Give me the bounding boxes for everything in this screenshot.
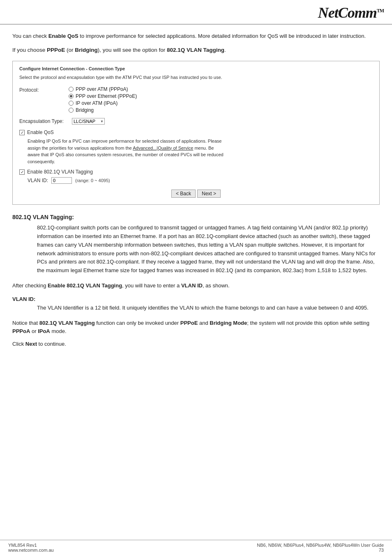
encap-label: Encapsulation Type: (19, 118, 69, 124)
click-next-text: Click Next to continue. (12, 340, 380, 349)
header: NetCommTM (0, 0, 392, 25)
protocol-row: Protocol: PPP over ATM (PPPoA) PPP over … (19, 86, 373, 113)
footer-page-number: 73 (379, 548, 384, 553)
next-button[interactable]: Next > (197, 190, 221, 198)
after-section-text: After checking Enable 802.1Q VLAN Taggin… (12, 282, 380, 290)
radio-ipoa-label: IP over ATM (IPoA) (76, 100, 118, 106)
config-box: Configure Internet Connection - Connecti… (12, 61, 380, 205)
radio-bridging[interactable] (69, 108, 74, 113)
radio-bridging-label: Bridging (76, 107, 94, 113)
logo-text: NetCommTM (318, 5, 384, 21)
vlan-id-input[interactable] (51, 177, 72, 184)
main-content: You can check Enable QoS to improve perf… (0, 25, 392, 365)
radio-pppoa[interactable] (69, 87, 74, 92)
back-button[interactable]: < Back (171, 190, 196, 198)
qos-link[interactable]: Advanced...|Quality of Service (133, 146, 193, 150)
vlan-tagging-heading: 802.1Q VLAN Tagging: (12, 214, 380, 220)
qos-desc: Enabling IP QoS for a PVC can improve pe… (28, 138, 225, 165)
enable-vlan-row[interactable]: Enable 802.1Q VLAN Tagging (19, 169, 373, 175)
enable-vlan-label: Enable 802.1Q VLAN Tagging (27, 169, 93, 175)
encap-select[interactable]: LLC/SNAP VC/MUX (72, 118, 105, 125)
protocol-option-pppoe[interactable]: PPP over Ethernet (PPPoE) (69, 93, 137, 99)
radio-pppoe-label: PPP over Ethernet (PPPoE) (76, 93, 137, 99)
config-box-title: Configure Internet Connection - Connecti… (19, 66, 373, 71)
vlan-id-label: VLAN ID: (28, 178, 48, 183)
footer-website: www.netcomm.com.au (8, 548, 54, 553)
protocol-option-ipoa[interactable]: IP over ATM (IPoA) (69, 100, 137, 106)
encap-select-wrapper[interactable]: LLC/SNAP VC/MUX (72, 118, 105, 125)
vlan-id-section-body: The VLAN Identifier is a 12 bit field. I… (37, 304, 380, 312)
footer-right: NB6, NB6W, NB6Plus4, NB6Plus4W, NB6Plus4… (257, 543, 384, 553)
footer: YML854 Rev1 www.netcomm.com.au NB6, NB6W… (0, 540, 392, 555)
vlan-id-section-heading: VLAN ID: (12, 296, 380, 302)
intro-para2: If you choose PPPoE (or Bridging), you w… (12, 46, 380, 54)
footer-left: YML854 Rev1 www.netcomm.com.au (8, 543, 54, 553)
logo-tm: TM (377, 8, 384, 14)
vlan-tagging-body: 802.1Q-compliant switch ports can be con… (37, 224, 380, 275)
enable-qos-label: Enable QoS (27, 130, 54, 135)
enable-qos-row[interactable]: Enable QoS (19, 130, 373, 135)
vlan-tagging-section: 802.1Q VLAN Tagging: 802.1Q-compliant sw… (12, 214, 380, 275)
enable-qos-checkbox[interactable] (19, 130, 25, 135)
footer-doc-id: YML854 Rev1 (8, 543, 54, 548)
enable-vlan-checkbox[interactable] (19, 169, 25, 175)
radio-ipoa[interactable] (69, 101, 74, 106)
vlan-section: Enable 802.1Q VLAN Tagging VLAN ID: (ran… (19, 169, 373, 184)
protocol-option-pppoa[interactable]: PPP over ATM (PPPoA) (69, 86, 137, 92)
footer-guide-title: NB6, NB6W, NB6Plus4, NB6Plus4W, NB6Plus4… (257, 543, 384, 548)
vlan-id-row: VLAN ID: (range: 0 ~ 4095) (28, 177, 373, 184)
radio-pppoe[interactable] (69, 94, 74, 99)
logo: NetCommTM (318, 4, 384, 21)
page-wrapper: NetCommTM You can check Enable QoS to im… (0, 0, 392, 555)
protocol-options: PPP over ATM (PPPoA) PPP over Ethernet (… (69, 86, 137, 113)
buttons-row: < Back Next > (19, 190, 373, 198)
radio-pppoa-label: PPP over ATM (PPPoA) (76, 86, 128, 92)
protocol-label: Protocol: (19, 86, 69, 93)
config-desc: Select the protocol and encapsulation ty… (19, 74, 373, 81)
protocol-option-bridging[interactable]: Bridging (69, 107, 137, 113)
notice-text: Notice that 802.1Q VLAN Tagging function… (12, 319, 380, 336)
encap-row: Encapsulation Type: LLC/SNAP VC/MUX (19, 118, 373, 125)
vlan-id-section: VLAN ID: The VLAN Identifier is a 12 bit… (12, 296, 380, 312)
intro-para1: You can check Enable QoS to improve perf… (12, 32, 380, 40)
vlan-range: (range: 0 ~ 4095) (75, 178, 110, 183)
